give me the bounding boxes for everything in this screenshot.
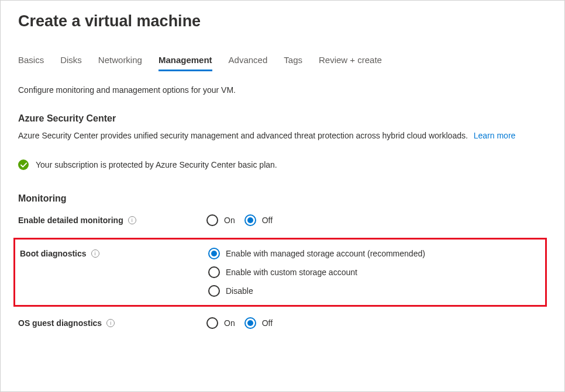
- radio-label: On: [224, 318, 235, 328]
- os-guest-diagnostics-label: OS guest diagnostics: [18, 318, 102, 328]
- tab-advanced[interactable]: Advanced: [229, 55, 268, 71]
- security-center-title: Azure Security Center: [18, 113, 547, 124]
- radio-icon: [208, 285, 220, 297]
- radio-icon: [244, 214, 256, 226]
- tab-description: Configure monitoring and management opti…: [18, 85, 547, 95]
- security-center-text: Azure Security Center provides unified s…: [18, 130, 547, 142]
- detailed-monitoring-off-radio[interactable]: Off: [244, 214, 273, 226]
- radio-label: Off: [262, 318, 273, 328]
- radio-icon: [206, 317, 218, 329]
- boot-diagnostics-label: Boot diagnostics: [20, 249, 87, 258]
- page-title: Create a virtual machine: [18, 12, 547, 30]
- security-status-row: Your subscription is protected by Azure …: [18, 159, 547, 170]
- radio-label: Disable: [226, 286, 253, 296]
- info-icon[interactable]: i: [91, 249, 99, 258]
- os-guest-off-radio[interactable]: Off: [244, 317, 273, 329]
- boot-diagnostics-highlight: Boot diagnostics i Enable with managed s…: [13, 238, 547, 307]
- boot-diag-custom-radio[interactable]: Enable with custom storage account: [208, 266, 425, 278]
- detailed-monitoring-label: Enable detailed monitoring: [18, 216, 123, 225]
- radio-label: Enable with managed storage account (rec…: [226, 249, 425, 258]
- security-center-body: Azure Security Center provides unified s…: [18, 131, 468, 140]
- radio-icon: [244, 317, 256, 329]
- os-guest-diagnostics-radio-group: On Off: [206, 317, 273, 329]
- radio-label: Enable with custom storage account: [226, 268, 357, 277]
- radio-icon: [208, 248, 220, 259]
- learn-more-link[interactable]: Learn more: [474, 130, 516, 142]
- boot-diag-managed-radio[interactable]: Enable with managed storage account (rec…: [208, 248, 425, 259]
- tab-disks[interactable]: Disks: [60, 55, 82, 71]
- boot-diagnostics-radio-group: Enable with managed storage account (rec…: [208, 248, 425, 297]
- tab-review-create[interactable]: Review + create: [319, 55, 382, 71]
- radio-label: Off: [262, 216, 273, 225]
- radio-label: On: [224, 216, 235, 225]
- check-circle-icon: [18, 159, 29, 170]
- radio-icon: [206, 214, 218, 226]
- info-icon[interactable]: i: [128, 216, 136, 224]
- os-guest-on-radio[interactable]: On: [206, 317, 235, 329]
- monitoring-title: Monitoring: [18, 193, 547, 204]
- info-icon[interactable]: i: [106, 319, 115, 327]
- tab-management[interactable]: Management: [159, 55, 212, 71]
- tab-networking[interactable]: Networking: [98, 55, 142, 71]
- detailed-monitoring-radio-group: On Off: [206, 214, 273, 226]
- tab-tags[interactable]: Tags: [284, 55, 302, 71]
- tab-basics[interactable]: Basics: [18, 55, 44, 71]
- detailed-monitoring-on-radio[interactable]: On: [206, 214, 235, 226]
- boot-diag-disable-radio[interactable]: Disable: [208, 285, 425, 297]
- security-status-text: Your subscription is protected by Azure …: [36, 160, 277, 169]
- tab-bar: Basics Disks Networking Management Advan…: [18, 55, 547, 71]
- radio-icon: [208, 266, 220, 278]
